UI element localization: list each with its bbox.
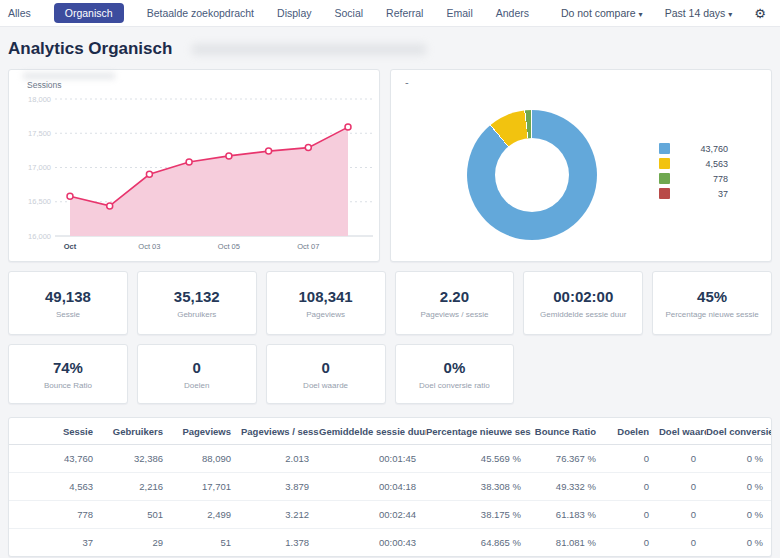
metric-card-gebruikers: 35,132Gebruikers [137, 271, 257, 335]
tab-betaalde-zoekopdracht[interactable]: Betaalde zoekopdracht [147, 7, 254, 19]
x-axis-tick-label: Oct [64, 242, 77, 251]
sources-donut-chart-card: - 43,7604,56377837 [390, 69, 772, 262]
table-cell: 0 % [706, 473, 772, 501]
metric-card-doel-waarde: 0Doel waarde [266, 344, 386, 404]
table-cell [9, 473, 61, 501]
tab-anders[interactable]: Anders [496, 7, 529, 19]
table-row: 3729511.37800:00:4364.865 %81.081 %000 % [9, 529, 772, 557]
table-cell: 0 [606, 445, 659, 473]
tab-referral[interactable]: Referral [386, 7, 423, 19]
table-cell: 0 [659, 501, 706, 529]
data-point-marker[interactable] [146, 171, 152, 177]
table-header-row: SessieGebruikersPageviewsPageviews / ses… [9, 418, 772, 445]
sessions-area-fill [70, 127, 348, 236]
table-row: 7785012,4993.21200:02:4438.175 %61.183 %… [9, 501, 772, 529]
table-cell: 61.183 % [531, 501, 606, 529]
tab-social[interactable]: Social [334, 7, 363, 19]
tab-email[interactable]: Email [446, 7, 472, 19]
metric-card-sessie: 49,138Sessie [8, 271, 128, 335]
data-point-marker[interactable] [305, 145, 311, 151]
table-cell: 88,090 [173, 445, 241, 473]
tab-display[interactable]: Display [277, 7, 311, 19]
table-cell: 0 % [706, 501, 772, 529]
legend-item[interactable]: 37 [659, 186, 728, 201]
data-point-marker[interactable] [266, 148, 272, 154]
column-header-percentage-nieuwe-sessie: Percentage nieuwe sessie [426, 418, 531, 445]
table-cell: 3.212 [241, 501, 319, 529]
compare-dropdown-label: Do not compare [561, 7, 636, 19]
table-cell: 17,701 [173, 473, 241, 501]
metric-value: 45% [697, 288, 727, 305]
legend-swatch-icon [659, 173, 670, 184]
channel-tabs-bar: AllesOrganischBetaalde zoekopdrachtDispl… [0, 0, 780, 27]
sessions-line-chart-card: Sessions 18,00017,50017,00016,50016,000O… [8, 69, 380, 262]
table-cell: 45.569 % [426, 445, 531, 473]
table-cell: 2,499 [173, 501, 241, 529]
metric-label: Pageviews [302, 310, 349, 319]
metric-label: Doelen [180, 381, 213, 390]
analytics-dashboard: AllesOrganischBetaalde zoekopdrachtDispl… [0, 0, 780, 557]
metric-value: 108,341 [298, 288, 352, 305]
tab-organisch[interactable]: Organisch [54, 3, 124, 23]
column-header-pageviews: Pageviews [173, 418, 241, 445]
table-cell: 501 [103, 501, 173, 529]
legend-item[interactable]: 43,760 [659, 141, 728, 156]
metric-card-doelen: 0Doelen [137, 344, 257, 404]
donut-hole [495, 138, 569, 212]
y-axis-tick-label: 17,000 [28, 163, 51, 172]
column-header-doel-waarde: Doel waarde [659, 418, 706, 445]
table-cell: 0 [659, 473, 706, 501]
table-cell: 38.308 % [426, 473, 531, 501]
date-range-dropdown[interactable]: Past 14 days▾ [665, 7, 733, 19]
page-title: Analytics Organisch [8, 39, 172, 59]
metric-value: 0 [193, 359, 201, 376]
data-point-marker[interactable] [107, 203, 113, 209]
metric-card-doel-conversie-ratio: 0%Doel conversie ratio [395, 344, 515, 404]
column-header-pageviews-sessie: Pageviews / sessie [241, 418, 319, 445]
table-cell [9, 529, 61, 557]
data-point-marker[interactable] [186, 159, 192, 165]
donut-legend: 43,7604,56377837 [659, 141, 728, 201]
column-header-doelen: Doelen [606, 418, 659, 445]
table-cell: 37 [61, 529, 103, 557]
data-point-marker[interactable] [345, 124, 351, 130]
sources-table-card: SessieGebruikersPageviewsPageviews / ses… [8, 417, 772, 557]
compare-dropdown[interactable]: Do not compare▾ [561, 7, 643, 19]
donut-card-title: - [405, 76, 409, 88]
metric-label: Sessie [52, 310, 84, 319]
chevron-down-icon: ▾ [639, 10, 643, 19]
legend-item[interactable]: 4,563 [659, 156, 728, 171]
data-point-marker[interactable] [67, 193, 73, 199]
metric-card-pageviews: 108,341Pageviews [266, 271, 386, 335]
y-axis-tick-label: 16,500 [28, 197, 51, 206]
metric-value: 74% [53, 359, 83, 376]
metric-value: 0 [321, 359, 329, 376]
table-cell: 0 [606, 473, 659, 501]
page-content: Analytics Organisch Sessions 18,00017,50… [0, 38, 780, 557]
column-header-doel-conversie-ratio: Doel conversie ratio [706, 418, 772, 445]
tab-alles[interactable]: Alles [8, 7, 31, 19]
legend-swatch-icon [659, 188, 670, 199]
column-header-gebruikers: Gebruikers [103, 418, 173, 445]
table-cell: 29 [103, 529, 173, 557]
y-axis-tick-label: 16,000 [28, 232, 51, 241]
column-header-bounce-ratio: Bounce Ratio [531, 418, 606, 445]
settings-gear-icon[interactable]: ⚙ [754, 7, 766, 20]
metric-label: Doel waarde [299, 381, 352, 390]
charts-row: Sessions 18,00017,50017,00016,50016,000O… [8, 69, 772, 262]
chevron-down-icon: ▾ [728, 10, 732, 19]
data-point-marker[interactable] [226, 153, 232, 159]
metric-label: Percentage nieuwe sessie [661, 310, 762, 319]
table-cell: 49.332 % [531, 473, 606, 501]
legend-item[interactable]: 778 [659, 171, 728, 186]
metric-value: 35,132 [174, 288, 220, 305]
donut-chart [467, 110, 597, 240]
table-cell: 64.865 % [426, 529, 531, 557]
table-cell: 32,386 [103, 445, 173, 473]
table-cell [9, 445, 61, 473]
metric-card-percentage-nieuwe-sessie: 45%Percentage nieuwe sessie [652, 271, 772, 335]
table-cell: 4,563 [61, 473, 103, 501]
metric-label: Doel conversie ratio [415, 381, 494, 390]
table-cell: 00:00:43 [319, 529, 426, 557]
y-axis-tick-label: 17,500 [28, 129, 51, 138]
